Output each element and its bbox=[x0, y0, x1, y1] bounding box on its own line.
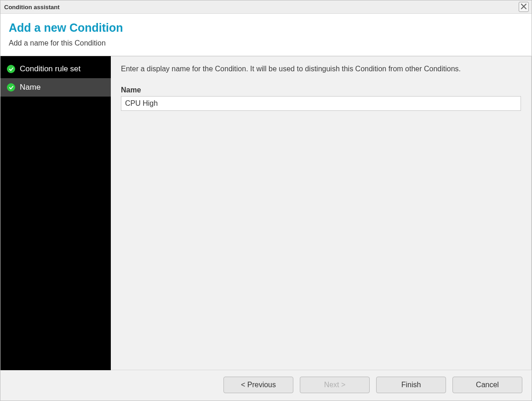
close-icon bbox=[521, 3, 526, 11]
previous-button[interactable]: < Previous bbox=[223, 377, 293, 393]
next-button: Next > bbox=[300, 377, 370, 393]
sidebar-item-condition-rule-set[interactable]: Condition rule set bbox=[0, 60, 111, 78]
page-title: Add a new Condition bbox=[9, 21, 523, 34]
cancel-button[interactable]: Cancel bbox=[452, 377, 522, 393]
sidebar-item-label: Condition rule set bbox=[20, 64, 80, 74]
wizard-sidebar: Condition rule set Name bbox=[0, 56, 111, 370]
content-panel: Enter a display name for the Condition. … bbox=[111, 56, 532, 370]
footer: < Previous Next > Finish Cancel bbox=[0, 370, 532, 401]
page-subtitle: Add a name for this Condition bbox=[9, 39, 523, 47]
condition-assistant-dialog: Condition assistant Add a new Condition … bbox=[0, 0, 532, 401]
name-input[interactable] bbox=[121, 96, 521, 111]
name-field-label: Name bbox=[121, 86, 521, 94]
body-row: Condition rule set Name Enter a display … bbox=[0, 56, 532, 370]
check-icon bbox=[7, 83, 15, 92]
instruction-text: Enter a display name for the Condition. … bbox=[121, 65, 521, 73]
sidebar-item-name[interactable]: Name bbox=[0, 78, 111, 97]
window-title: Condition assistant bbox=[4, 4, 60, 11]
sidebar-item-label: Name bbox=[20, 83, 40, 92]
finish-button[interactable]: Finish bbox=[376, 377, 446, 393]
close-button[interactable] bbox=[519, 2, 529, 12]
header-panel: Add a new Condition Add a name for this … bbox=[0, 14, 532, 56]
titlebar: Condition assistant bbox=[0, 0, 532, 14]
check-icon bbox=[7, 65, 15, 73]
